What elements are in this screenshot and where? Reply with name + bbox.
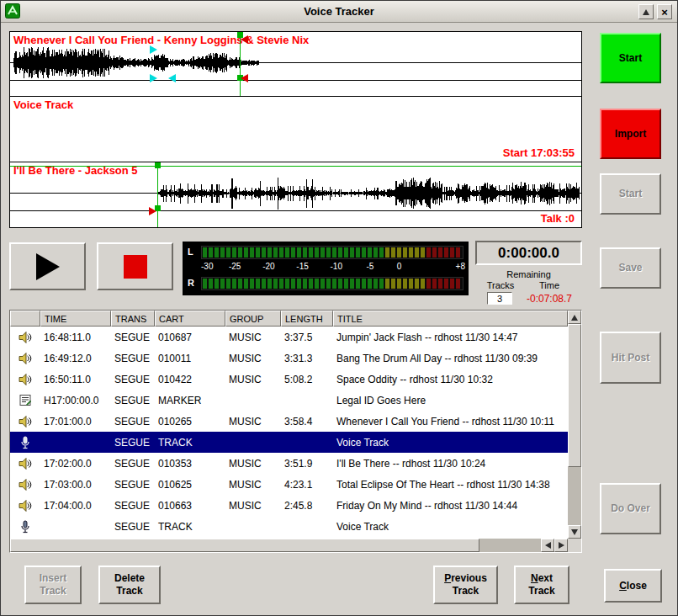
cell-trans: SEGUE	[111, 521, 155, 533]
table-row[interactable]: 17:02:00.0SEGUE010353MUSIC3:51.9I'll Be …	[10, 453, 568, 474]
meter-segment	[220, 247, 225, 258]
meter-scale-label: -30	[201, 262, 213, 271]
cell-trans: SEGUE	[111, 353, 155, 364]
close-window-button[interactable]: ×	[657, 4, 672, 19]
play-icon	[36, 253, 60, 280]
cell-trans: SEGUE	[111, 437, 155, 449]
column-header-group[interactable]: GROUP	[225, 311, 281, 327]
button-label: Track	[116, 585, 142, 597]
table-row[interactable]: 17:04:00.0SEGUE010663MUSIC2:45.8Friday O…	[10, 495, 568, 516]
arrow-down-icon	[571, 529, 578, 535]
table-row[interactable]: 17:01:00.0SEGUE010265MUSIC3:58.4Whenever…	[10, 411, 568, 432]
meter-segment	[356, 247, 360, 258]
start-record-button[interactable]: Start	[600, 33, 661, 83]
table-row[interactable]: SEGUETRACKVoice Track	[10, 432, 568, 453]
titlebar[interactable]: Voice Tracker ×	[1, 1, 677, 23]
meter-segment	[368, 279, 372, 289]
table-row[interactable]: H17:00:00.0SEGUEMARKERLegal ID Goes Here	[10, 390, 568, 411]
meter-segment	[226, 247, 230, 258]
cell-title: Space Oddity -- rdhost 11/30 10:32	[333, 374, 568, 385]
table-row[interactable]: 16:50:11.0SEGUE010422MUSIC5:08.2Space Od…	[10, 369, 568, 390]
cell-length: 3:37.5	[281, 332, 333, 343]
button-label: C	[619, 580, 627, 592]
scroll-right-button[interactable]	[554, 539, 568, 552]
edit-cursor-line[interactable]	[157, 162, 158, 227]
table-row[interactable]: 16:49:12.0SEGUE010011MUSIC3:31.3Bang The…	[10, 348, 568, 369]
meter-segment	[285, 247, 289, 258]
segue-marker[interactable]	[149, 207, 156, 215]
waveform-panel[interactable]: Whenever I Call You Friend - Kenny Loggi…	[9, 31, 582, 97]
horizontal-scroll-thumb[interactable]	[10, 539, 479, 552]
talk-marker[interactable]	[150, 45, 157, 54]
do-over-button[interactable]: Do Over	[600, 483, 661, 534]
meter-segment	[391, 279, 395, 289]
close-button[interactable]: Close	[604, 569, 662, 603]
mic-icon	[10, 436, 40, 449]
column-header-length[interactable]: LENGTH	[281, 311, 333, 327]
meter-segment	[397, 279, 401, 289]
table-row[interactable]: 16:48:11.0SEGUE010687MUSIC3:37.5Jumpin' …	[10, 327, 568, 348]
waveform-panel[interactable]: Voice Track Start 17:03:55	[9, 97, 582, 162]
meter-segment	[209, 247, 213, 258]
meter-segment	[309, 247, 313, 258]
save-button[interactable]: Save	[600, 247, 661, 289]
cell-group: MUSIC	[225, 500, 281, 512]
cell-cart: 010011	[155, 353, 225, 364]
segue-marker[interactable]	[241, 35, 248, 44]
previous-track-button[interactable]: Previous Track	[433, 566, 498, 604]
meter-segment	[415, 247, 419, 258]
waveform-panel[interactable]: I'll Be There - Jackson 5 Talk :0	[9, 162, 582, 228]
stop-button[interactable]	[97, 242, 173, 290]
vertical-scroll-thumb[interactable]	[568, 324, 581, 467]
column-header-time[interactable]: TIME	[40, 311, 111, 327]
cell-cart: 010353	[155, 458, 225, 470]
meter-segment	[232, 279, 236, 289]
column-header-trans[interactable]: TRANS	[111, 311, 155, 327]
button-label: ext	[538, 572, 553, 584]
cell-cart: TRACK	[155, 437, 225, 449]
cell-title: Voice Track	[333, 521, 568, 533]
meter-segment	[226, 279, 230, 289]
start-play-button[interactable]: Start	[600, 173, 661, 215]
talk-marker[interactable]	[168, 74, 176, 82]
meter-segment	[267, 279, 272, 289]
meter-segment	[315, 247, 319, 258]
audio-meter: L R -30-25-20-15-10-50+8	[183, 242, 469, 295]
meter-segment	[291, 279, 295, 289]
arrow-left-icon	[545, 542, 551, 549]
column-header-title[interactable]: TITLE	[333, 311, 568, 327]
cell-cart: 010422	[155, 374, 225, 385]
insert-track-button[interactable]: Insert Track	[24, 566, 82, 604]
play-button[interactable]	[9, 242, 86, 290]
meter-segment	[297, 279, 301, 289]
table-row[interactable]: 17:03:00.0SEGUE010625MUSIC4:23.1Total Ec…	[10, 474, 568, 495]
meter-segment	[320, 279, 325, 289]
cell-group: MUSIC	[225, 458, 281, 470]
meter-segment	[415, 279, 419, 289]
speaker-icon	[10, 353, 40, 364]
segue-marker[interactable]	[241, 74, 248, 82]
marker-handle[interactable]	[155, 162, 161, 168]
scroll-down-button[interactable]	[568, 525, 581, 539]
scroll-up-button[interactable]	[568, 311, 581, 324]
cell-group: MUSIC	[225, 353, 281, 364]
scroll-left-button[interactable]	[541, 539, 554, 552]
cell-cart: 010625	[155, 479, 225, 491]
column-header-icon[interactable]	[10, 311, 40, 327]
cell-time: 16:48:11.0	[40, 332, 111, 343]
button-label: N	[531, 572, 538, 584]
meter-segment	[450, 279, 454, 289]
scrollbar-corner	[568, 539, 581, 552]
table-row[interactable]: SEGUETRACKVoice Track	[10, 516, 568, 537]
meter-segment	[273, 279, 278, 289]
hit-post-button[interactable]: Hit Post	[600, 332, 661, 384]
talk-marker[interactable]	[150, 74, 157, 82]
meter-segment	[409, 279, 413, 289]
meter-segment	[256, 279, 260, 289]
import-button[interactable]: Import	[600, 109, 661, 159]
cell-time: 17:03:00.0	[40, 479, 111, 491]
next-track-button[interactable]: Next Track	[514, 566, 569, 604]
column-header-cart[interactable]: CART	[155, 311, 225, 327]
delete-track-button[interactable]: Delete Track	[98, 566, 161, 604]
shade-button[interactable]	[638, 4, 654, 19]
